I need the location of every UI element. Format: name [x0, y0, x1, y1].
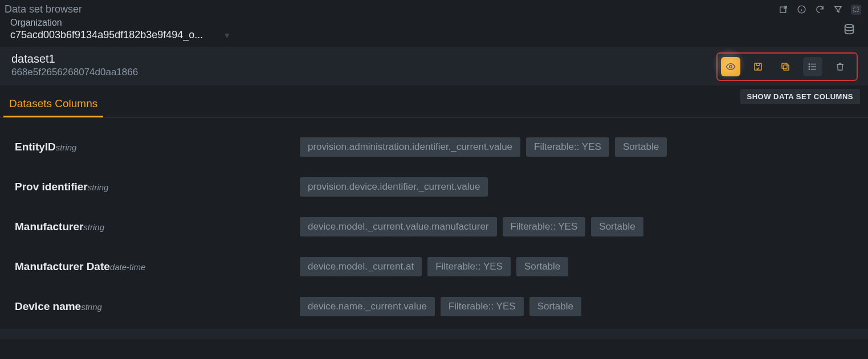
column-sortable-badge: Sortable	[529, 297, 581, 316]
svg-point-5	[845, 24, 854, 27]
tab-datasets-columns[interactable]: Datasets Columns	[3, 92, 103, 117]
svg-rect-8	[784, 65, 789, 70]
chevron-down-icon: ▼	[223, 31, 231, 40]
column-path-badge: device.name._current.value	[300, 297, 435, 316]
database-icon[interactable]	[843, 23, 855, 36]
export-icon[interactable]	[778, 5, 788, 15]
delete-button[interactable]	[830, 57, 850, 76]
select-icon[interactable]	[851, 5, 861, 15]
column-type: string	[56, 142, 77, 152]
column-type: string	[81, 302, 102, 312]
column-filterable-badge: Filterable:: YES	[526, 137, 609, 157]
column-type: string	[83, 222, 104, 232]
column-filterable-badge: Filterable:: YES	[503, 217, 586, 236]
svg-point-14	[809, 66, 810, 67]
toolbar-icons	[778, 5, 861, 15]
tooltip-show-columns: SHOW DATA SET COLUMNS	[740, 89, 860, 104]
column-sortable-badge: Sortable	[516, 257, 568, 276]
column-type: date-time	[110, 262, 146, 272]
column-filterable-badge: Filterable:: YES	[441, 297, 524, 316]
copy-button[interactable]	[776, 57, 795, 76]
column-row: EntityIDstring provision.administration.…	[0, 127, 868, 167]
svg-point-15	[809, 69, 810, 70]
column-row: Prov identifierstring provision.device.i…	[0, 167, 868, 207]
column-path-badge: provision.device.identifier._current.val…	[300, 177, 488, 197]
column-row: Manufacturer Datedate-time device.model.…	[0, 247, 868, 287]
column-path-badge: device.model._current.at	[300, 257, 422, 276]
dataset-actions-toolbar	[716, 52, 858, 81]
refresh-icon[interactable]	[814, 5, 825, 15]
column-path-badge: provision.administration.identifier._cur…	[300, 137, 520, 157]
organization-value: c75acd003b6f9134a95df182b3e9f494_o...	[10, 29, 203, 41]
column-name: Manufacturer	[15, 221, 83, 233]
column-name: Manufacturer Date	[15, 260, 110, 273]
view-button[interactable]	[721, 57, 740, 76]
dataset-id: 668e5f2656268074d0aa1866	[11, 67, 138, 78]
dataset-name: dataset1	[11, 52, 138, 66]
save-button[interactable]	[748, 57, 768, 76]
svg-point-13	[809, 64, 810, 65]
organization-label: Organization	[10, 18, 231, 28]
svg-point-6	[730, 66, 732, 68]
dataset-header: dataset1 668e5f2656268074d0aa1866	[0, 47, 868, 85]
organization-selector[interactable]: Organization c75acd003b6f9134a95df182b3e…	[10, 18, 231, 41]
filter-icon[interactable]	[833, 5, 843, 15]
column-sortable-badge: Sortable	[591, 217, 643, 236]
column-path-badge: device.model._current.value.manufacturer	[300, 217, 497, 236]
svg-rect-9	[782, 63, 787, 68]
columns-list: EntityIDstring provision.administration.…	[0, 118, 868, 327]
column-row: Manufacturerstring device.model._current…	[0, 207, 868, 247]
list-button[interactable]	[803, 57, 822, 76]
column-name: EntityID	[15, 141, 56, 153]
column-filterable-badge: Filterable:: YES	[427, 257, 511, 276]
column-name: Prov identifier	[15, 181, 88, 193]
column-sortable-badge: Sortable	[615, 137, 667, 157]
info-icon[interactable]	[796, 5, 806, 15]
column-name: Device name	[15, 300, 81, 313]
column-type: string	[88, 182, 109, 192]
page-title: Data set browser	[5, 3, 82, 15]
column-row: Device namestring device.name._current.v…	[0, 287, 868, 327]
footer-strip	[0, 329, 868, 339]
svg-rect-4	[854, 7, 858, 11]
